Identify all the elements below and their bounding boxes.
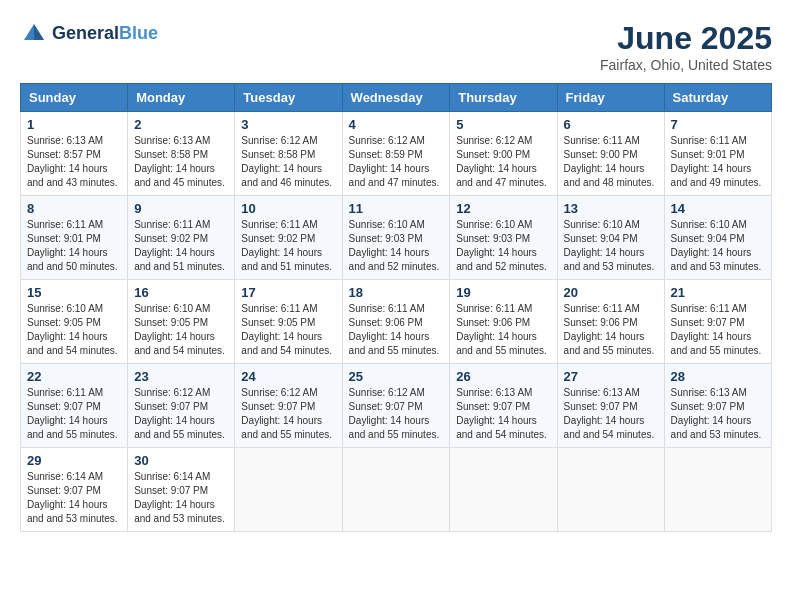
col-header-saturday: Saturday	[664, 84, 771, 112]
col-header-sunday: Sunday	[21, 84, 128, 112]
calendar-cell: 4 Sunrise: 6:12 AMSunset: 8:59 PMDayligh…	[342, 112, 450, 196]
day-number: 8	[27, 201, 121, 216]
col-header-tuesday: Tuesday	[235, 84, 342, 112]
calendar-cell: 5 Sunrise: 6:12 AMSunset: 9:00 PMDayligh…	[450, 112, 557, 196]
calendar-cell: 9 Sunrise: 6:11 AMSunset: 9:02 PMDayligh…	[128, 196, 235, 280]
day-number: 21	[671, 285, 765, 300]
calendar-cell: 28 Sunrise: 6:13 AMSunset: 9:07 PMDaylig…	[664, 364, 771, 448]
calendar-cell: 3 Sunrise: 6:12 AMSunset: 8:58 PMDayligh…	[235, 112, 342, 196]
calendar-cell: 18 Sunrise: 6:11 AMSunset: 9:06 PMDaylig…	[342, 280, 450, 364]
day-info: Sunrise: 6:10 AMSunset: 9:04 PMDaylight:…	[564, 218, 658, 274]
day-info: Sunrise: 6:11 AMSunset: 9:06 PMDaylight:…	[349, 302, 444, 358]
day-number: 11	[349, 201, 444, 216]
day-number: 22	[27, 369, 121, 384]
calendar-cell: 7 Sunrise: 6:11 AMSunset: 9:01 PMDayligh…	[664, 112, 771, 196]
calendar-cell: 6 Sunrise: 6:11 AMSunset: 9:00 PMDayligh…	[557, 112, 664, 196]
day-number: 9	[134, 201, 228, 216]
day-info: Sunrise: 6:10 AMSunset: 9:04 PMDaylight:…	[671, 218, 765, 274]
calendar-week-2: 8 Sunrise: 6:11 AMSunset: 9:01 PMDayligh…	[21, 196, 772, 280]
day-info: Sunrise: 6:10 AMSunset: 9:05 PMDaylight:…	[134, 302, 228, 358]
calendar-cell: 1 Sunrise: 6:13 AMSunset: 8:57 PMDayligh…	[21, 112, 128, 196]
calendar-week-5: 29 Sunrise: 6:14 AMSunset: 9:07 PMDaylig…	[21, 448, 772, 532]
calendar-cell: 21 Sunrise: 6:11 AMSunset: 9:07 PMDaylig…	[664, 280, 771, 364]
day-number: 7	[671, 117, 765, 132]
day-info: Sunrise: 6:11 AMSunset: 9:02 PMDaylight:…	[241, 218, 335, 274]
day-info: Sunrise: 6:14 AMSunset: 9:07 PMDaylight:…	[134, 470, 228, 526]
day-number: 12	[456, 201, 550, 216]
calendar-cell: 10 Sunrise: 6:11 AMSunset: 9:02 PMDaylig…	[235, 196, 342, 280]
calendar-cell: 29 Sunrise: 6:14 AMSunset: 9:07 PMDaylig…	[21, 448, 128, 532]
calendar-cell: 17 Sunrise: 6:11 AMSunset: 9:05 PMDaylig…	[235, 280, 342, 364]
day-info: Sunrise: 6:12 AMSunset: 9:00 PMDaylight:…	[456, 134, 550, 190]
calendar-cell: 2 Sunrise: 6:13 AMSunset: 8:58 PMDayligh…	[128, 112, 235, 196]
day-number: 5	[456, 117, 550, 132]
day-number: 29	[27, 453, 121, 468]
day-info: Sunrise: 6:11 AMSunset: 9:02 PMDaylight:…	[134, 218, 228, 274]
day-info: Sunrise: 6:10 AMSunset: 9:03 PMDaylight:…	[349, 218, 444, 274]
month-title: June 2025	[600, 20, 772, 57]
col-header-thursday: Thursday	[450, 84, 557, 112]
calendar-cell: 27 Sunrise: 6:13 AMSunset: 9:07 PMDaylig…	[557, 364, 664, 448]
day-number: 27	[564, 369, 658, 384]
day-info: Sunrise: 6:13 AMSunset: 9:07 PMDaylight:…	[456, 386, 550, 442]
calendar-cell: 20 Sunrise: 6:11 AMSunset: 9:06 PMDaylig…	[557, 280, 664, 364]
day-number: 30	[134, 453, 228, 468]
calendar-cell: 16 Sunrise: 6:10 AMSunset: 9:05 PMDaylig…	[128, 280, 235, 364]
logo: GeneralBlue	[20, 20, 158, 48]
day-number: 14	[671, 201, 765, 216]
page-header: GeneralBlue June 2025 Fairfax, Ohio, Uni…	[20, 20, 772, 73]
day-number: 19	[456, 285, 550, 300]
calendar-header-row: SundayMondayTuesdayWednesdayThursdayFrid…	[21, 84, 772, 112]
day-number: 6	[564, 117, 658, 132]
calendar-cell	[235, 448, 342, 532]
day-info: Sunrise: 6:12 AMSunset: 9:07 PMDaylight:…	[134, 386, 228, 442]
day-number: 3	[241, 117, 335, 132]
day-number: 13	[564, 201, 658, 216]
day-number: 23	[134, 369, 228, 384]
day-info: Sunrise: 6:12 AMSunset: 9:07 PMDaylight:…	[349, 386, 444, 442]
calendar-week-1: 1 Sunrise: 6:13 AMSunset: 8:57 PMDayligh…	[21, 112, 772, 196]
calendar-cell: 8 Sunrise: 6:11 AMSunset: 9:01 PMDayligh…	[21, 196, 128, 280]
calendar-cell: 14 Sunrise: 6:10 AMSunset: 9:04 PMDaylig…	[664, 196, 771, 280]
calendar-week-4: 22 Sunrise: 6:11 AMSunset: 9:07 PMDaylig…	[21, 364, 772, 448]
day-info: Sunrise: 6:12 AMSunset: 8:59 PMDaylight:…	[349, 134, 444, 190]
col-header-wednesday: Wednesday	[342, 84, 450, 112]
calendar-cell: 22 Sunrise: 6:11 AMSunset: 9:07 PMDaylig…	[21, 364, 128, 448]
day-info: Sunrise: 6:14 AMSunset: 9:07 PMDaylight:…	[27, 470, 121, 526]
calendar-cell: 24 Sunrise: 6:12 AMSunset: 9:07 PMDaylig…	[235, 364, 342, 448]
calendar-table: SundayMondayTuesdayWednesdayThursdayFrid…	[20, 83, 772, 532]
calendar-cell: 15 Sunrise: 6:10 AMSunset: 9:05 PMDaylig…	[21, 280, 128, 364]
calendar-cell: 26 Sunrise: 6:13 AMSunset: 9:07 PMDaylig…	[450, 364, 557, 448]
day-number: 18	[349, 285, 444, 300]
day-number: 16	[134, 285, 228, 300]
day-number: 26	[456, 369, 550, 384]
day-info: Sunrise: 6:11 AMSunset: 9:06 PMDaylight:…	[456, 302, 550, 358]
logo-text: GeneralBlue	[52, 24, 158, 44]
day-info: Sunrise: 6:12 AMSunset: 9:07 PMDaylight:…	[241, 386, 335, 442]
col-header-monday: Monday	[128, 84, 235, 112]
calendar-cell	[664, 448, 771, 532]
day-number: 4	[349, 117, 444, 132]
calendar-cell	[557, 448, 664, 532]
day-info: Sunrise: 6:13 AMSunset: 9:07 PMDaylight:…	[564, 386, 658, 442]
day-info: Sunrise: 6:10 AMSunset: 9:03 PMDaylight:…	[456, 218, 550, 274]
calendar-cell	[342, 448, 450, 532]
day-number: 17	[241, 285, 335, 300]
day-info: Sunrise: 6:13 AMSunset: 8:57 PMDaylight:…	[27, 134, 121, 190]
calendar-cell: 30 Sunrise: 6:14 AMSunset: 9:07 PMDaylig…	[128, 448, 235, 532]
day-number: 28	[671, 369, 765, 384]
calendar-cell	[450, 448, 557, 532]
calendar-cell: 13 Sunrise: 6:10 AMSunset: 9:04 PMDaylig…	[557, 196, 664, 280]
day-number: 24	[241, 369, 335, 384]
col-header-friday: Friday	[557, 84, 664, 112]
day-info: Sunrise: 6:11 AMSunset: 9:01 PMDaylight:…	[27, 218, 121, 274]
day-number: 15	[27, 285, 121, 300]
day-info: Sunrise: 6:11 AMSunset: 9:07 PMDaylight:…	[671, 302, 765, 358]
day-number: 2	[134, 117, 228, 132]
day-info: Sunrise: 6:10 AMSunset: 9:05 PMDaylight:…	[27, 302, 121, 358]
day-number: 20	[564, 285, 658, 300]
day-number: 25	[349, 369, 444, 384]
location: Fairfax, Ohio, United States	[600, 57, 772, 73]
calendar-cell: 11 Sunrise: 6:10 AMSunset: 9:03 PMDaylig…	[342, 196, 450, 280]
calendar-week-3: 15 Sunrise: 6:10 AMSunset: 9:05 PMDaylig…	[21, 280, 772, 364]
